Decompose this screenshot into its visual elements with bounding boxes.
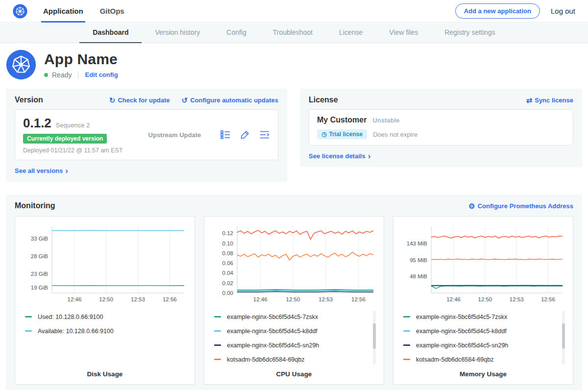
subnav-tab-version-history[interactable]: Version history	[142, 23, 213, 43]
legend-item: example-nginx-5bc6f5d4c5-sn29h	[403, 338, 567, 352]
release-notes-icon[interactable]	[220, 129, 231, 140]
svg-text:95 MiB: 95 MiB	[410, 257, 427, 263]
svg-text:12:53: 12:53	[318, 296, 333, 302]
see-all-versions-link[interactable]: See all versions ›	[15, 167, 68, 174]
chart-title: Memory Usage	[393, 370, 573, 378]
legend-scrollbar[interactable]	[373, 311, 376, 365]
legend-label: example-nginx-5bc6f5d4c5-sn29h	[416, 342, 508, 349]
legend-swatch	[25, 316, 32, 317]
legend-item: Used: 10.128.0.66:9100	[25, 310, 189, 324]
topnav-actions: Add a new application Log out	[455, 3, 575, 19]
subnav-tab-troubleshoot[interactable]: Troubleshoot	[260, 23, 326, 43]
logout-link[interactable]: Log out	[551, 7, 575, 15]
status-dot	[44, 73, 48, 77]
refresh-icon: ↻	[109, 97, 116, 104]
view-diff-icon[interactable]	[259, 129, 270, 140]
cards-row: Version ↻ Check for update ↺ Configure a…	[0, 86, 588, 182]
svg-text:12:56: 12:56	[351, 296, 366, 302]
configure-automatic-updates-label: Configure automatic updates	[190, 97, 278, 104]
deployed-timestamp: Deployed 01/21/22 @ 11:57 am EST	[23, 147, 123, 154]
chart-title: Disk Usage	[15, 370, 195, 378]
svg-text:33 GiB: 33 GiB	[31, 236, 48, 242]
version-number: 0.1.2	[23, 116, 51, 131]
edit-config-link[interactable]: Edit config	[85, 71, 118, 78]
legend-label: Available: 10.128.0.66:9100	[38, 328, 114, 335]
svg-text:0.08: 0.08	[222, 250, 233, 256]
legend-swatch	[214, 344, 221, 346]
svg-text:12:56: 12:56	[541, 296, 555, 302]
memory-usage-panel: 12:4612:5012:5312:56143 MiB95 MiB48 MiB …	[393, 216, 573, 385]
legend-label: example-nginx-5bc6f5d4c5-k8ddf	[416, 328, 507, 335]
configure-prometheus-label: Configure Prometheus Address	[478, 202, 573, 210]
legend-scrollbar[interactable]	[562, 311, 565, 365]
svg-text:12:46: 12:46	[446, 296, 461, 302]
tab-application[interactable]: Application	[43, 0, 83, 23]
current-version-box: 0.1.2 Sequence 2 Currently deployed vers…	[15, 109, 278, 160]
chart-legend: example-nginx-5bc6f5d4c5-7zskxexample-ng…	[210, 310, 378, 365]
deployed-badge: Currently deployed version	[23, 134, 107, 144]
top-nav: Application GitOps Add a new application…	[0, 0, 588, 23]
auto-update-icon: ↺	[182, 97, 188, 104]
clock-icon: ◷	[321, 131, 326, 138]
sync-icon: ⇄	[526, 97, 533, 104]
legend-swatch	[403, 344, 410, 346]
monitoring-title: Monitoring	[15, 201, 55, 210]
legend-item: example-nginx-5bc6f5d4c5-k8ddf	[214, 324, 378, 338]
svg-text:0.10: 0.10	[222, 241, 233, 246]
svg-text:0.12: 0.12	[222, 230, 233, 236]
svg-text:0.02: 0.02	[222, 280, 233, 286]
svg-text:23 GiB: 23 GiB	[31, 271, 48, 277]
license-box: My Customer Unstable ◷ Trial license Doe…	[309, 109, 573, 146]
legend-scrollbar-thumb[interactable]	[562, 323, 565, 349]
gear-icon: ⚙	[468, 202, 475, 210]
sync-license-label: Sync license	[535, 97, 573, 104]
disk-usage-chart: 12:4612:5012:5312:5633 GiB28 GiB23 GiB19…	[21, 222, 189, 306]
monitoring-card: Monitoring ⚙ Configure Prometheus Addres…	[6, 195, 582, 390]
svg-text:0.00: 0.00	[222, 290, 233, 296]
legend-swatch	[403, 330, 410, 332]
subnav-tab-view-files[interactable]: View files	[376, 23, 431, 43]
sync-license-link[interactable]: ⇄ Sync license	[526, 97, 573, 104]
version-sequence: Sequence 2	[56, 122, 90, 129]
add-application-button[interactable]: Add a new application	[455, 3, 540, 19]
see-license-details-link[interactable]: See license details ›	[309, 152, 370, 160]
legend-swatch	[214, 316, 221, 317]
subnav-tab-config[interactable]: Config	[213, 23, 259, 43]
memory-usage-chart: 12:4612:5012:5312:56143 MiB95 MiB48 MiB	[399, 222, 567, 306]
disk-usage-panel: 12:4612:5012:5312:5633 GiB28 GiB23 GiB19…	[15, 216, 195, 385]
legend-label: example-nginx-5bc6f5d4c5-k8ddf	[227, 328, 318, 335]
legend-item: example-nginx-5bc6f5d4c5-7zskx	[214, 310, 378, 324]
legend-label: Used: 10.128.0.66:9100	[38, 314, 103, 320]
check-for-update-label: Check for update	[118, 97, 170, 104]
app-header: App Name Ready Edit config	[0, 43, 588, 86]
configure-automatic-updates-link[interactable]: ↺ Configure automatic updates	[182, 97, 278, 104]
subnav-tab-license[interactable]: License	[326, 23, 376, 43]
charts-row: 12:4612:5012:5312:5633 GiB28 GiB23 GiB19…	[15, 216, 573, 385]
subnav-tab-registry-settings[interactable]: Registry settings	[431, 23, 508, 43]
edit-config-icon[interactable]	[240, 129, 250, 140]
cpu-usage-panel: 12:4612:5012:5312:560.120.100.080.060.04…	[204, 216, 384, 385]
legend-label: kotsadm-5db6dc6584-69qbz	[227, 356, 304, 363]
app-subnav: Dashboard Version history Config Trouble…	[0, 23, 588, 43]
configure-prometheus-link[interactable]: ⚙ Configure Prometheus Address	[468, 202, 573, 210]
legend-swatch	[403, 316, 410, 317]
legend-scrollbar-thumb[interactable]	[373, 323, 376, 349]
license-expiry: Does not expire	[373, 131, 417, 138]
svg-text:28 GiB: 28 GiB	[31, 253, 48, 259]
legend-label: example-nginx-5bc6f5d4c5-7zskx	[227, 314, 318, 320]
tab-gitops[interactable]: GitOps	[100, 0, 124, 23]
legend-item: kotsadm-5db6dc6584-69qbz	[214, 352, 378, 365]
subnav-tab-dashboard[interactable]: Dashboard	[79, 23, 142, 43]
svg-text:143 MiB: 143 MiB	[407, 241, 428, 246]
license-card: License ⇄ Sync license My Customer Unsta…	[300, 89, 582, 167]
trial-license-label: Trial license	[329, 131, 363, 138]
kots-admin-console: Application GitOps Add a new application…	[0, 0, 588, 390]
legend-item: example-nginx-5bc6f5d4c5-sn29h	[214, 338, 378, 352]
svg-text:19 GiB: 19 GiB	[31, 285, 48, 291]
check-for-update-link[interactable]: ↻ Check for update	[109, 97, 170, 104]
page-title: App Name	[44, 51, 118, 68]
legend-swatch	[214, 359, 221, 360]
app-icon	[6, 49, 36, 80]
chart-legend: example-nginx-5bc6f5d4c5-7zskxexample-ng…	[399, 310, 567, 365]
svg-text:12:50: 12:50	[286, 296, 300, 302]
